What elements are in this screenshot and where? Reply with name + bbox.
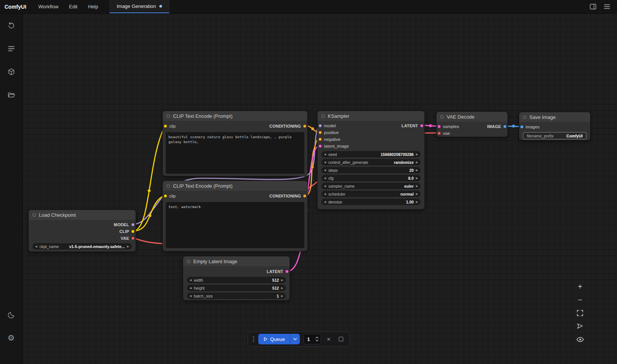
node-title-bar[interactable]: KSampler <box>318 111 424 121</box>
widget-denoise[interactable]: ◀ denoise 1.00 ▶ <box>321 199 421 205</box>
input-slot-model[interactable]: model <box>318 123 336 128</box>
output-slot-clip[interactable]: CLIP <box>119 229 135 234</box>
drag-handle-icon[interactable] <box>253 336 255 342</box>
increment-arrow[interactable]: ▶ <box>416 201 418 203</box>
increment-arrow[interactable]: ▶ <box>416 185 418 187</box>
decrement-arrow[interactable]: ◀ <box>324 177 326 179</box>
input-slot-samples[interactable]: samples <box>437 124 459 129</box>
input-slot-images[interactable]: images <box>520 125 540 129</box>
node-title-bar[interactable]: Empty Latent Image <box>183 256 290 266</box>
pointer-icon[interactable] <box>575 322 585 331</box>
node-title-bar[interactable]: Save Image <box>519 112 590 122</box>
node-canvas[interactable]: Load Checkpoint MODEL CLIP VAE <box>23 14 617 364</box>
widget-sampler-name[interactable]: ◀ sampler_name euler ▶ <box>321 183 421 189</box>
prompt-text-input[interactable]: beautiful scenery nature glass bottle la… <box>166 132 304 174</box>
menu-edit[interactable]: Edit <box>64 0 83 13</box>
collapse-dot[interactable] <box>187 260 190 263</box>
node-load-checkpoint[interactable]: Load Checkpoint MODEL CLIP VAE <box>28 210 136 252</box>
collapse-dot[interactable] <box>440 115 444 119</box>
queue-button[interactable]: Queue <box>258 334 290 344</box>
output-slot-image[interactable]: IMAGE <box>487 124 507 129</box>
theme-moon-icon[interactable] <box>7 310 16 319</box>
decrement-arrow[interactable]: ◀ <box>324 193 326 195</box>
widget-cfg[interactable]: ◀ cfg 8.0 ▶ <box>321 175 421 181</box>
decrement-icon[interactable] <box>315 339 319 342</box>
increment-arrow[interactable]: ▶ <box>416 161 418 163</box>
increment-arrow[interactable]: ▶ <box>127 245 129 248</box>
settings-gear-icon[interactable]: ⚙ <box>7 333 16 342</box>
output-slot-model[interactable]: MODEL <box>114 222 135 227</box>
increment-arrow[interactable]: ▶ <box>416 169 418 171</box>
widget-scheduler[interactable]: ◀ scheduler normal ▶ <box>321 191 421 197</box>
decrement-arrow[interactable]: ◀ <box>324 153 326 156</box>
decrement-arrow[interactable]: ◀ <box>324 161 326 163</box>
decrement-arrow[interactable]: ◀ <box>190 287 191 289</box>
widget-width[interactable]: ◀ width 512 ▶ <box>187 277 286 283</box>
node-clip-text-encode-positive[interactable]: CLIP Text Encode (Prompt) clip CONDITION… <box>162 111 308 176</box>
output-slot-conditioning[interactable]: CONDITIONING <box>269 124 307 128</box>
output-slot-latent[interactable]: LATENT <box>401 123 424 128</box>
node-title-bar[interactable]: CLIP Text Encode (Prompt) <box>163 111 307 121</box>
decrement-arrow[interactable]: ◀ <box>190 279 191 281</box>
increment-icon[interactable] <box>315 336 319 339</box>
tab-image-generation[interactable]: Image Generation <box>110 0 169 13</box>
panel-toggle-icon[interactable] <box>590 4 596 9</box>
history-icon[interactable] <box>7 21 16 30</box>
collapse-dot[interactable] <box>167 114 170 118</box>
input-slot-latent-image[interactable]: latent_image <box>318 144 349 148</box>
widget-batch-size[interactable]: ◀ batch_size 1 ▶ <box>187 293 286 299</box>
stop-button[interactable] <box>337 334 345 344</box>
node-title-bar[interactable]: CLIP Text Encode (Prompt) <box>163 181 307 191</box>
widget-height[interactable]: ◀ height 512 ▶ <box>187 285 286 291</box>
node-ksampler[interactable]: KSampler model LATENT positive <box>317 111 425 210</box>
toggle-visibility-icon[interactable] <box>575 335 585 344</box>
zoom-out-icon[interactable]: − <box>575 295 585 304</box>
output-slot-conditioning[interactable]: CONDITIONING <box>269 194 307 198</box>
increment-arrow[interactable]: ▶ <box>416 177 418 179</box>
input-slot-negative[interactable]: negative <box>318 137 340 142</box>
fit-view-icon[interactable] <box>575 308 585 318</box>
node-title-bar[interactable]: Load Checkpoint <box>29 210 136 220</box>
queue-options-button[interactable] <box>290 334 300 344</box>
widget-filename-prefix[interactable]: filename_prefix ComfyUI <box>523 132 586 139</box>
decrement-arrow[interactable]: ◀ <box>35 245 37 248</box>
decrement-arrow[interactable]: ◀ <box>324 201 326 203</box>
collapse-dot[interactable] <box>523 116 526 119</box>
widget-ckpt-name[interactable]: ◀ ckpt_name v1-5-pruned-emaonly.safete..… <box>32 243 132 250</box>
menu-icon[interactable] <box>604 4 610 9</box>
decrement-arrow[interactable]: ◀ <box>324 185 326 187</box>
node-title-bar[interactable]: VAE Decode <box>437 112 507 122</box>
zoom-in-icon[interactable]: + <box>575 282 585 291</box>
workflows-folder-icon[interactable] <box>7 90 16 99</box>
decrement-arrow[interactable]: ◀ <box>324 169 326 171</box>
prompt-text-input[interactable]: text, watermark <box>166 202 304 248</box>
collapse-dot[interactable] <box>32 213 36 217</box>
node-vae-decode[interactable]: VAE Decode samples IMAGE vae <box>436 111 508 137</box>
increment-arrow[interactable]: ▶ <box>281 287 283 289</box>
increment-arrow[interactable]: ▶ <box>281 279 283 281</box>
input-slot-positive[interactable]: positive <box>318 130 339 135</box>
increment-arrow[interactable]: ▶ <box>281 295 283 297</box>
input-slot-clip[interactable]: clip <box>164 124 176 128</box>
node-clip-text-encode-negative[interactable]: CLIP Text Encode (Prompt) clip CONDITION… <box>162 180 308 251</box>
increment-arrow[interactable]: ▶ <box>416 153 418 156</box>
decrement-arrow[interactable]: ◀ <box>190 295 191 297</box>
widget-control-after-generate[interactable]: ◀ control_after_generate randomize ▶ <box>321 159 421 165</box>
output-slot-latent[interactable]: LATENT <box>267 269 289 274</box>
node-empty-latent-image[interactable]: Empty Latent Image LATENT ◀ width 512 ▶ … <box>183 256 290 301</box>
input-slot-vae[interactable]: vae <box>437 131 450 136</box>
widget-steps[interactable]: ◀ steps 20 ▶ <box>321 167 421 173</box>
collapse-dot[interactable] <box>321 114 325 118</box>
input-slot-clip[interactable]: clip <box>164 194 176 198</box>
output-slot-vae[interactable]: VAE <box>121 236 135 241</box>
batch-count-input[interactable]: 1 <box>304 334 321 344</box>
increment-arrow[interactable]: ▶ <box>416 193 418 195</box>
node-save-image[interactable]: Save Image images filename_prefix ComfyU… <box>519 112 591 140</box>
menu-help[interactable]: Help <box>83 0 103 13</box>
clear-queue-button[interactable]: × <box>325 334 333 344</box>
collapse-dot[interactable] <box>167 184 170 188</box>
menu-workflow[interactable]: Workflow <box>33 0 64 13</box>
widget-seed[interactable]: ◀ seed 156680208700286 ▶ <box>321 151 421 157</box>
model-library-icon[interactable] <box>7 67 16 76</box>
queue-list-icon[interactable] <box>7 44 16 53</box>
